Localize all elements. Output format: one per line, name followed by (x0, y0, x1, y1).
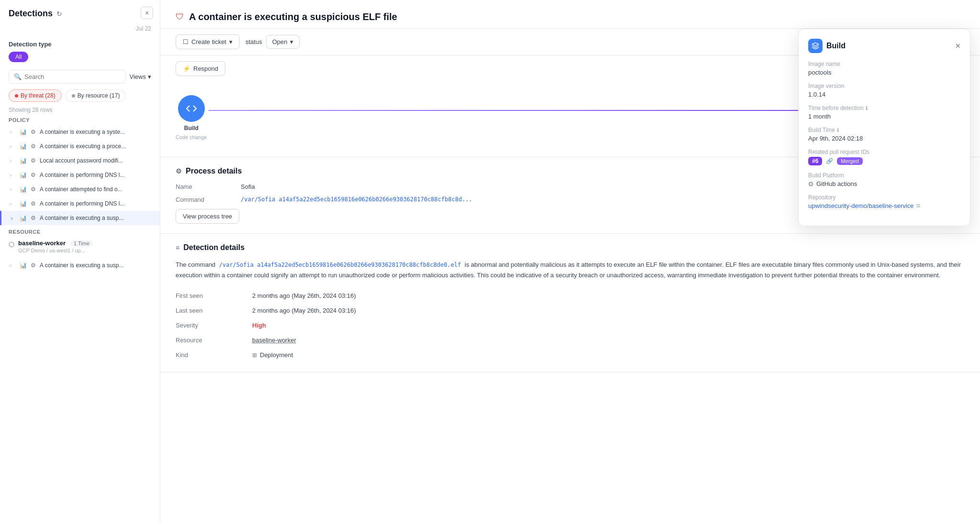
views-button[interactable]: Views ▾ (130, 73, 151, 80)
gear-icon: ⚙ (31, 157, 36, 164)
resource-item[interactable]: ⬡ baseline-worker 1 Time GCP Demo / us-w… (0, 237, 160, 256)
shield-icon: 🛡 (176, 12, 184, 22)
status-dropdown[interactable]: Open ▾ (266, 35, 300, 49)
last-seen-row: Last seen 2 months ago (May 26th, 2024 0… (176, 303, 965, 318)
resource-section-label: Resource (0, 225, 160, 237)
severity-icon: 📊 (20, 200, 27, 207)
info-icon: ℹ (837, 127, 839, 133)
detection-details-table: First seen 2 months ago (May 26th, 2024 … (176, 288, 965, 362)
list-icon: ≡ (176, 244, 179, 251)
list-item[interactable]: › 📊 ⚙ A container is performing DNS l... (0, 168, 160, 182)
chevron-down-icon: ▾ (229, 38, 233, 45)
create-ticket-button[interactable]: ☐ Create ticket ▾ (176, 34, 240, 49)
main-content: 🛡 A container is executing a suspicious … (160, 0, 980, 523)
build-node[interactable]: Build Code change (176, 95, 207, 140)
detection-list: › 📊 ⚙ A container is executing a syste..… (0, 125, 160, 523)
chevron-right-icon: › (10, 130, 16, 135)
list-item[interactable]: › 📊 ⚙ A container is performing DNS l... (0, 196, 160, 211)
status-select: status Open ▾ (245, 35, 300, 49)
info-icon: ℹ (866, 105, 868, 111)
gear-icon: ⚙ (176, 167, 182, 175)
gear-icon: ⚙ (31, 215, 36, 221)
merged-badge: Merged (837, 157, 862, 165)
list-item[interactable]: › 📊 ⚙ A container is executing a susp... (0, 258, 160, 272)
repository-field: Repository upwindsecurity-demo/baseline-… (808, 194, 960, 209)
severity-icon: 📊 (20, 157, 27, 164)
sidebar: × Detections ↻ Jul 22 Detection type All… (0, 0, 160, 523)
build-panel-icon (808, 39, 823, 53)
resource-link[interactable]: baseline-worker (252, 337, 296, 344)
list-item[interactable]: › 📊 ⚙ A container is executing a syste..… (0, 125, 160, 139)
chevron-right-icon: › (10, 201, 16, 207)
refresh-icon[interactable]: ↻ (56, 10, 62, 18)
build-platform-field: Build Platform ⊙ GitHub actions (808, 172, 960, 187)
respond-button[interactable]: ⚡ Respond (176, 61, 225, 76)
build-icon (812, 42, 819, 50)
chevron-right-icon: › (10, 187, 16, 192)
severity-icon: 📊 (20, 172, 27, 178)
page-title: A container is executing a suspicious EL… (189, 11, 397, 22)
policy-section-label: Policy (0, 115, 160, 125)
repository-link[interactable]: upwindsecurity-demo/baseline-service (808, 202, 913, 209)
tab-by-resource[interactable]: By resource (17) (66, 89, 126, 102)
search-box[interactable]: 🔍 (9, 70, 126, 84)
threat-dot (15, 94, 18, 98)
build-time-field: Build Time ℹ Apr 9th, 2024 02:18 (808, 127, 960, 142)
resource-dot (72, 94, 75, 98)
sidebar-date: Jul 22 (0, 23, 160, 37)
sidebar-header: Detections ↻ (0, 0, 160, 23)
rows-label: Showing 28 rows (0, 104, 160, 115)
detection-type-label: Detection type (9, 41, 151, 48)
time-before-field: Time before detection ℹ 1 month (808, 105, 960, 120)
severity-icon: 📊 (20, 262, 27, 269)
gear-icon: ⚙ (31, 143, 36, 150)
list-item-active[interactable]: ∨ 📊 ⚙ A container is executing a susp... (0, 211, 160, 225)
view-process-tree-button[interactable]: View process tree (176, 209, 239, 224)
tabs-row: By threat (28) By resource (17) (0, 87, 160, 104)
detection-type-section: Detection type All (0, 37, 160, 66)
build-panel-title: Build (826, 42, 846, 50)
pull-request-field: Related pull request IDs #6 🔗 Merged (808, 149, 960, 165)
first-seen-row: First seen 2 months ago (May 26th, 2024 … (176, 288, 965, 303)
resource-row: Resource baseline-worker (176, 333, 965, 348)
list-item[interactable]: › 📊 ⚙ Local account password modifi... (0, 153, 160, 168)
chevron-right-icon: › (10, 144, 16, 149)
search-icon: 🔍 (14, 73, 22, 80)
resource-icon: ⬡ (9, 240, 14, 248)
search-input[interactable] (24, 73, 121, 80)
severity-value: High (252, 322, 266, 329)
image-name-field: Image name poctools (808, 61, 960, 76)
severity-icon: 📊 (20, 215, 27, 221)
chevron-right-icon: › (10, 263, 16, 268)
list-item[interactable]: › 📊 ⚙ A container is executing a proce..… (0, 139, 160, 153)
chevron-right-icon: › (10, 158, 16, 163)
list-item[interactable]: › 📊 ⚙ A container attempted to find o... (0, 182, 160, 196)
gear-icon: ⚙ (31, 186, 36, 193)
all-filter-button[interactable]: All (9, 52, 28, 62)
main-header: 🛡 A container is executing a suspicious … (160, 0, 980, 29)
sidebar-close-button[interactable]: × (141, 7, 153, 19)
chevron-down-icon: ∨ (10, 216, 16, 221)
detection-details-section: ≡ Detection details The command /var/Sof… (160, 234, 980, 372)
build-node-circle (178, 95, 205, 122)
chevron-down-icon: ▾ (148, 73, 151, 80)
gear-icon: ⚙ (31, 129, 36, 135)
sidebar-title: Detections (9, 9, 53, 19)
code-icon (186, 103, 197, 114)
ticket-icon: ☐ (183, 38, 189, 45)
image-version-field: Image version 1.0.14 (808, 83, 960, 98)
external-link-icon: ⧉ (916, 203, 920, 209)
detection-details-title: ≡ Detection details (176, 243, 965, 252)
tab-by-threat[interactable]: By threat (28) (9, 89, 62, 102)
severity-icon: 📊 (20, 186, 27, 193)
chevron-down-icon: ▾ (290, 38, 293, 45)
deployment-icon: ⊞ (252, 352, 257, 359)
build-panel: Build × Image name poctools Image versio… (798, 29, 970, 226)
kind-row: Kind ⊞ Deployment (176, 348, 965, 362)
severity-icon: 📊 (20, 129, 27, 135)
gear-icon: ⚙ (31, 262, 36, 269)
pull-request-badge[interactable]: #6 (808, 157, 822, 165)
build-panel-close-button[interactable]: × (955, 41, 960, 51)
respond-icon: ⚡ (183, 65, 190, 72)
graph-connector (209, 110, 880, 111)
